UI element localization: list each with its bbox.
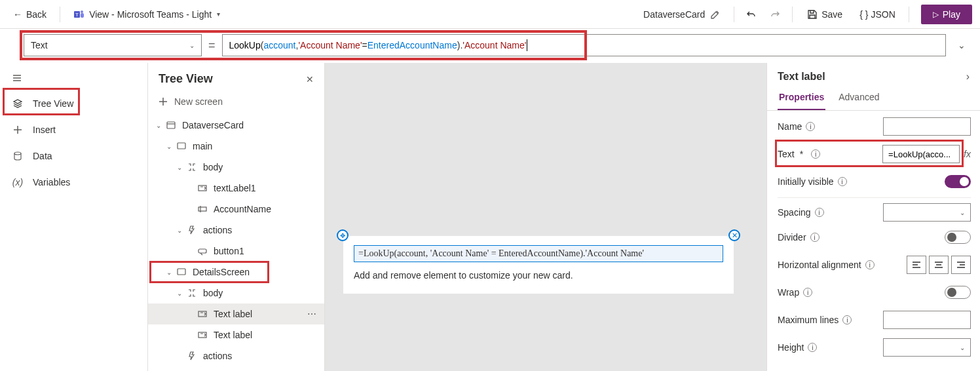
tree-node[interactable]: ⌄main [148, 136, 324, 157]
redo-button[interactable] [766, 5, 784, 24]
tree-node[interactable]: ⌄DetailsScreen [148, 262, 324, 283]
info-icon[interactable]: i [815, 208, 824, 217]
text-cursor [527, 39, 527, 51]
hamburger-button[interactable] [0, 66, 147, 90]
tree-node[interactable]: ⌄body [148, 283, 324, 303]
back-button[interactable]: ← Back [8, 7, 52, 22]
prop-label: Wrap [778, 287, 799, 298]
info-icon[interactable]: i [811, 149, 820, 159]
chevron-icon[interactable]: ⌄ [165, 143, 173, 150]
rail-item-variables[interactable]: (x) Variables [0, 169, 147, 195]
rail-item-insert[interactable]: Insert [0, 117, 147, 143]
chevron-icon[interactable]: ⌄ [155, 122, 162, 129]
canvas[interactable]: ✕ =LookUp(account, 'Account Name' = Ente… [325, 63, 766, 371]
play-button[interactable]: ▷ Play [921, 5, 972, 24]
hamburger-icon [12, 73, 22, 83]
property-selector-value: Text [31, 40, 48, 50]
tree-node[interactable]: Text label⋯ [148, 303, 324, 324]
wrap-toggle[interactable] [945, 286, 971, 299]
align-right-button[interactable] [951, 256, 971, 274]
prop-label: Initially visible [778, 176, 834, 187]
undo-button[interactable] [742, 5, 761, 24]
info-icon[interactable]: i [803, 288, 812, 297]
tree-node[interactable]: ⌄DataverseCard [148, 115, 324, 136]
height-select[interactable]: ⌄ [883, 338, 971, 357]
tree-node-label: body [203, 162, 223, 172]
tree-node[interactable]: AccountName [148, 199, 324, 220]
expand-formula-button[interactable]: ⌄ [952, 40, 971, 50]
rename-button[interactable] [710, 9, 721, 20]
tree-node-label: DetailsScreen [193, 267, 250, 277]
move-handle-icon[interactable] [337, 229, 349, 241]
rail-item-data[interactable]: Data [0, 143, 147, 169]
divider-toggle[interactable] [945, 231, 971, 244]
prop-label: Maximum lines [778, 315, 839, 325]
more-button[interactable]: ⋯ [307, 309, 316, 319]
tree-node-label: button1 [214, 246, 244, 256]
info-icon[interactable]: i [842, 315, 852, 324]
initially-visible-toggle[interactable] [945, 175, 971, 188]
tree-node[interactable]: actions [148, 345, 324, 366]
rail-item-tree-view[interactable]: Tree View [0, 90, 147, 117]
braces-icon: { } [859, 9, 868, 20]
tab-properties[interactable]: Properties [778, 87, 825, 110]
close-panel-button[interactable]: ✕ [306, 74, 314, 85]
database-icon [12, 151, 24, 161]
card-name-text: DataverseCard [643, 9, 705, 20]
tree-node[interactable]: Text label [148, 324, 324, 345]
spacing-select[interactable]: ⌄ [883, 203, 971, 222]
tree-node[interactable]: ⌄actions [148, 220, 324, 241]
separator [60, 7, 60, 22]
view-selector[interactable]: T View - Microsoft Teams - Light ▾ [68, 6, 225, 23]
tree-node-label: Text label [214, 330, 252, 340]
textinput-icon [197, 204, 208, 214]
prop-row-spacing: Spacingi ⌄ [778, 197, 971, 222]
card-name: DataverseCard [638, 7, 726, 22]
tree-node[interactable]: textLabel1 [148, 178, 324, 199]
formula-input[interactable]: LookUp(account, 'Account Name' = Entered… [222, 34, 946, 56]
svg-point-2 [81, 10, 83, 13]
new-screen-button[interactable]: New screen [148, 91, 324, 115]
expand-panel-button[interactable]: › [966, 71, 970, 83]
info-icon[interactable]: i [806, 122, 815, 131]
left-rail: Tree View Insert Data (x) Variables [0, 63, 148, 371]
chevron-icon[interactable]: ⌄ [176, 290, 183, 297]
chevron-down-icon: ▾ [217, 10, 220, 18]
tree-node-label: main [193, 141, 212, 151]
align-left-button[interactable] [907, 256, 926, 274]
property-selector[interactable]: Text ⌄ [24, 34, 202, 56]
tree-node[interactable]: button1 [148, 241, 324, 262]
info-icon[interactable]: i [838, 177, 847, 186]
text-input[interactable] [882, 145, 960, 163]
fx-button[interactable]: fx [964, 149, 971, 159]
card-surface[interactable]: ✕ =LookUp(account, 'Account Name' = Ente… [343, 236, 734, 294]
info-icon[interactable]: i [865, 260, 875, 269]
delete-element-button[interactable]: ✕ [728, 229, 740, 241]
info-icon[interactable]: i [808, 343, 817, 352]
chevron-icon[interactable]: ⌄ [176, 227, 183, 234]
save-button[interactable]: Save [801, 7, 849, 22]
save-icon [807, 9, 818, 20]
rail-item-label: Variables [33, 177, 70, 187]
chevron-icon[interactable]: ⌄ [176, 164, 183, 171]
tree-node-label: Text label [214, 309, 252, 319]
prop-label: Height [778, 342, 804, 353]
info-icon[interactable]: i [810, 233, 820, 242]
tree-body: ⌄DataverseCard⌄main⌄bodytextLabel1Accoun… [148, 115, 324, 371]
tree-node-label: DataverseCard [182, 120, 244, 130]
prop-row-maxlines: Maximum linesi [778, 308, 971, 332]
separator [792, 7, 793, 22]
tree-panel: Tree View ✕ New screen ⌄DataverseCard⌄ma… [148, 63, 325, 371]
svg-rect-10 [178, 269, 185, 275]
tree-node[interactable]: ⌄body [148, 157, 324, 178]
prop-label: Spacing [778, 207, 811, 218]
maxlines-input[interactable] [883, 311, 971, 329]
prop-row-wrap: Wrapi [778, 281, 971, 304]
fx-token: account [263, 40, 295, 50]
align-center-button[interactable] [929, 256, 949, 274]
chevron-icon[interactable]: ⌄ [165, 269, 173, 276]
name-input[interactable] [883, 117, 971, 136]
tab-advanced[interactable]: Advanced [837, 87, 880, 110]
json-button[interactable]: { } JSON [854, 7, 901, 22]
selected-text-label[interactable]: =LookUp(account, 'Account Name' = Entere… [354, 245, 723, 262]
